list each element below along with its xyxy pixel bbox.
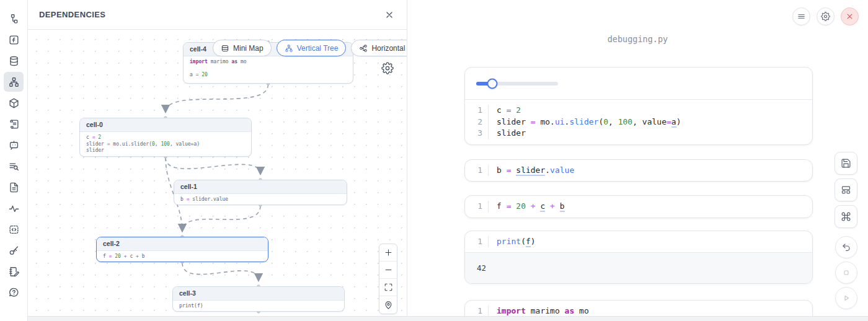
notebook-panel: debugging.py 123c = 2slider = mo.ui.slid… [407,0,868,321]
sidebar-item-snippets[interactable] [4,219,24,239]
graph-node-cell-2[interactable]: cell-2f = 20 + c + b [96,237,268,262]
code-editor[interactable]: 123c = 2slider = mo.ui.slider(0, 100, va… [465,100,812,144]
app-window: DEPENDENCIES Mini MapVertical TreeHorizo… [0,0,868,321]
sidebar-item-documentation[interactable] [4,177,24,197]
code-line: a = 20 [190,72,347,79]
graph-node-code: f = 20 + c + b [97,251,268,262]
graph-edge-cell-0-to-cell-1 [166,157,260,174]
graph-edge-cell-2-to-cell-3 [182,263,259,281]
dependencies-header: DEPENDENCIES [28,0,407,30]
layout-toggle-button[interactable] [835,178,857,201]
cell-f: 1f = 20 + c + b [464,195,813,218]
dependencies-panel: DEPENDENCIES Mini MapVertical TreeHorizo… [28,0,407,321]
sidebar-item-data-sources[interactable] [4,51,24,71]
view-mode-label: Vertical Tree [297,44,339,53]
code-line: import marimo as mo [497,306,589,317]
line-numbers: 123 [465,105,489,139]
view-mode-vertical-tree[interactable]: Vertical Tree [277,40,347,56]
sidebar-item-outline[interactable] [4,114,24,134]
graph-node-title: cell-2 [97,237,268,251]
save-button[interactable] [835,152,857,175]
cell-print: 1print(f)42 [464,231,813,284]
graph-node-title: cell-3 [173,287,344,301]
sidebar-item-file-explorer[interactable] [4,9,24,29]
view-mode-mini-map[interactable]: Mini Map [213,40,272,56]
icon-rail [0,0,28,321]
line-numbers: 1 [465,165,489,177]
graph-edge-cell-4-to-cell-0 [166,84,268,112]
sidebar-item-secrets[interactable] [4,240,24,260]
view-mode-horizontal-tree[interactable]: Horizontal Tree [351,40,407,56]
graph-node-cell-3[interactable]: cell-3print(f) [172,286,345,312]
sidebar-item-logs[interactable] [4,156,24,176]
sidebar-item-packages[interactable] [4,93,24,113]
code-line: b = slider.value [180,196,340,203]
code-content: c = 2slider = mo.ui.slider(0, 100, value… [489,105,681,139]
menu-icon [797,12,806,21]
code-line: print(f) [497,236,536,248]
dependency-graph-canvas[interactable]: Mini MapVertical TreeHorizontal Tree cel… [28,30,407,321]
sidebar-item-help[interactable] [4,283,24,302]
pulse-icon [8,203,20,214]
sidebar-item-scratchpad[interactable] [4,262,24,281]
graph-node-code: c = 2slider = mo.ui.slider(0, 100, value… [80,132,251,157]
slider-output-area [465,68,812,100]
graph-node-cell-0[interactable]: cell-0c = 2slider = mo.ui.slider(0, 100,… [79,118,252,157]
code-editor[interactable]: 1b = slider.value [465,160,812,182]
undo-button[interactable] [835,236,857,258]
command-icon [841,211,851,222]
vtree-icon [285,44,293,53]
notebook-settings-button[interactable] [817,7,835,25]
code-line: slider [497,128,681,139]
notebook-side-actions [835,152,857,312]
shutdown-button[interactable] [841,7,859,25]
console-output: 42 [465,252,812,283]
panel-title: DEPENDENCIES [39,10,105,19]
notebook-menu-button[interactable] [792,7,810,25]
gear-icon [381,62,394,74]
code-content: b = slider.value [489,165,574,177]
graph-node-cell-1[interactable]: cell-1b = slider.value [174,180,347,205]
code-content: print(f) [489,236,536,248]
view-mode-label: Horizontal Tree [371,44,407,53]
scroll-icon [8,118,20,130]
stop-run-button[interactable] [835,262,857,284]
htree-icon [359,44,368,53]
code-editor[interactable]: 1print(f) [465,231,812,253]
close-icon [845,12,854,21]
center-selection-button[interactable] [379,296,397,314]
code-line: print(f) [179,303,338,310]
list-search-icon [8,160,20,172]
minimap-icon [221,44,229,53]
database-icon [8,55,20,67]
close-panel-button[interactable] [384,10,394,20]
notebook-cells: 123c = 2slider = mo.ui.slider(0, 100, va… [464,67,813,321]
sidebar-item-tracing[interactable] [4,198,24,218]
code-line: slider = mo.ui.slider(0, 100, value=a) [497,117,681,128]
line-numbers: 1 [465,236,489,248]
line-numbers: 1 [465,201,489,213]
zoom-in-button[interactable] [379,244,397,262]
code-editor[interactable]: 1f = 20 + c + b [465,196,812,218]
cell-slider: 123c = 2slider = mo.ui.slider(0, 100, va… [464,67,813,145]
maximize-icon [384,283,393,292]
sidebar-item-chat[interactable] [4,135,24,155]
run-all-button[interactable] [835,287,857,309]
view-mode-label: Mini Map [233,44,264,53]
function-icon [8,34,20,46]
chat-icon [8,139,20,151]
command-palette-button[interactable] [835,205,857,228]
graph-edge-cell-1-to-cell-2 [182,206,260,231]
slider[interactable] [476,82,558,86]
fit-view-button[interactable] [379,279,397,296]
zoom-out-button[interactable] [379,262,397,279]
layout-icon [841,185,851,195]
sidebar-item-dependencies[interactable] [4,72,24,92]
sidebar-item-variables[interactable] [4,30,24,50]
save-icon [841,158,851,169]
code-line: import marimo as mo [190,59,347,66]
graph-settings-button[interactable] [381,62,394,74]
slider-thumb[interactable] [487,78,498,89]
code-line: slider [86,147,245,154]
pin-icon [384,301,393,310]
